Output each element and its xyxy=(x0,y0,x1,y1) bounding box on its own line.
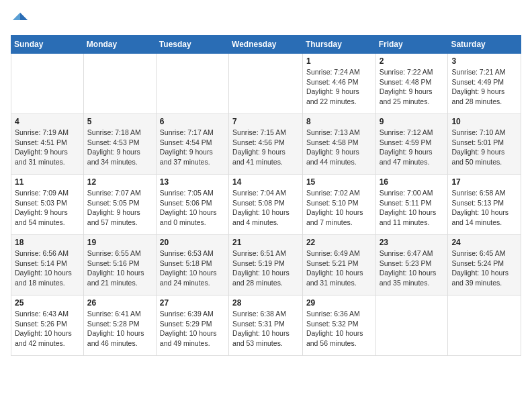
calendar-cell: 1Sunrise: 7:24 AM Sunset: 4:46 PM Daylig… xyxy=(302,54,375,114)
calendar-week-row: 11Sunrise: 7:09 AM Sunset: 5:03 PM Dayli… xyxy=(11,175,521,235)
calendar-cell: 28Sunrise: 6:38 AM Sunset: 5:31 PM Dayli… xyxy=(229,295,303,356)
calendar-week-row: 18Sunrise: 6:56 AM Sunset: 5:14 PM Dayli… xyxy=(11,235,521,295)
day-info: Sunrise: 7:13 AM Sunset: 4:58 PM Dayligh… xyxy=(306,128,372,167)
calendar-cell xyxy=(83,54,156,114)
calendar-cell: 21Sunrise: 6:51 AM Sunset: 5:19 PM Dayli… xyxy=(229,235,303,295)
calendar-cell: 16Sunrise: 7:00 AM Sunset: 5:11 PM Dayli… xyxy=(375,175,448,235)
day-number: 22 xyxy=(306,238,372,247)
day-info: Sunrise: 7:24 AM Sunset: 4:46 PM Dayligh… xyxy=(306,67,372,107)
page-header xyxy=(11,11,521,30)
day-number: 16 xyxy=(380,177,445,187)
calendar-week-row: 25Sunrise: 6:43 AM Sunset: 5:26 PM Dayli… xyxy=(11,295,521,356)
calendar-cell: 14Sunrise: 7:04 AM Sunset: 5:08 PM Dayli… xyxy=(229,175,303,235)
day-number: 4 xyxy=(15,117,80,126)
weekday-header: Thursday xyxy=(302,36,375,54)
calendar-cell: 2Sunrise: 7:22 AM Sunset: 4:48 PM Daylig… xyxy=(375,54,448,114)
day-info: Sunrise: 6:51 AM Sunset: 5:19 PM Dayligh… xyxy=(232,248,299,288)
svg-marker-1 xyxy=(13,13,20,20)
calendar-cell xyxy=(375,295,448,356)
day-info: Sunrise: 7:10 AM Sunset: 5:01 PM Dayligh… xyxy=(451,128,517,167)
calendar-cell: 10Sunrise: 7:10 AM Sunset: 5:01 PM Dayli… xyxy=(448,114,521,175)
calendar-cell: 25Sunrise: 6:43 AM Sunset: 5:26 PM Dayli… xyxy=(11,295,84,356)
day-number: 7 xyxy=(232,117,299,126)
day-number: 21 xyxy=(232,238,299,247)
weekday-header: Monday xyxy=(83,36,156,54)
day-info: Sunrise: 7:00 AM Sunset: 5:11 PM Dayligh… xyxy=(380,188,445,228)
day-number: 1 xyxy=(306,56,372,66)
calendar-cell: 13Sunrise: 7:05 AM Sunset: 5:06 PM Dayli… xyxy=(156,175,228,235)
day-number: 12 xyxy=(87,177,152,187)
day-number: 13 xyxy=(160,177,225,187)
day-info: Sunrise: 6:55 AM Sunset: 5:16 PM Dayligh… xyxy=(87,248,152,288)
day-number: 14 xyxy=(232,177,299,187)
calendar-cell: 27Sunrise: 6:39 AM Sunset: 5:29 PM Dayli… xyxy=(156,295,228,356)
weekday-header-row: SundayMondayTuesdayWednesdayThursdayFrid… xyxy=(11,36,521,54)
day-info: Sunrise: 7:21 AM Sunset: 4:49 PM Dayligh… xyxy=(451,67,517,107)
day-number: 25 xyxy=(15,298,80,308)
day-number: 26 xyxy=(87,298,152,308)
day-info: Sunrise: 7:04 AM Sunset: 5:08 PM Dayligh… xyxy=(232,188,299,228)
calendar-cell: 26Sunrise: 6:41 AM Sunset: 5:28 PM Dayli… xyxy=(83,295,156,356)
day-info: Sunrise: 6:47 AM Sunset: 5:23 PM Dayligh… xyxy=(380,248,445,288)
day-info: Sunrise: 7:22 AM Sunset: 4:48 PM Dayligh… xyxy=(380,67,445,107)
day-number: 6 xyxy=(160,117,225,126)
calendar-cell: 9Sunrise: 7:12 AM Sunset: 4:59 PM Daylig… xyxy=(375,114,448,175)
day-number: 29 xyxy=(306,298,372,308)
calendar-cell: 19Sunrise: 6:55 AM Sunset: 5:16 PM Dayli… xyxy=(83,235,156,295)
day-number: 2 xyxy=(380,56,445,66)
calendar-cell: 29Sunrise: 6:36 AM Sunset: 5:32 PM Dayli… xyxy=(302,295,375,356)
calendar-cell: 6Sunrise: 7:17 AM Sunset: 4:54 PM Daylig… xyxy=(156,114,228,175)
day-info: Sunrise: 6:39 AM Sunset: 5:29 PM Dayligh… xyxy=(160,309,225,349)
calendar-cell: 8Sunrise: 7:13 AM Sunset: 4:58 PM Daylig… xyxy=(302,114,375,175)
calendar-week-row: 4Sunrise: 7:19 AM Sunset: 4:51 PM Daylig… xyxy=(11,114,521,175)
logo xyxy=(11,11,32,30)
calendar-cell xyxy=(229,54,303,114)
day-number: 23 xyxy=(380,238,445,247)
day-info: Sunrise: 7:05 AM Sunset: 5:06 PM Dayligh… xyxy=(160,188,225,228)
day-number: 15 xyxy=(306,177,372,187)
calendar-cell xyxy=(156,54,228,114)
calendar-cell: 5Sunrise: 7:18 AM Sunset: 4:53 PM Daylig… xyxy=(83,114,156,175)
day-info: Sunrise: 7:02 AM Sunset: 5:10 PM Dayligh… xyxy=(306,188,372,228)
day-info: Sunrise: 7:12 AM Sunset: 4:59 PM Dayligh… xyxy=(380,128,445,167)
day-number: 19 xyxy=(87,238,152,247)
calendar-cell: 12Sunrise: 7:07 AM Sunset: 5:05 PM Dayli… xyxy=(83,175,156,235)
calendar-cell: 7Sunrise: 7:15 AM Sunset: 4:56 PM Daylig… xyxy=(229,114,303,175)
day-number: 5 xyxy=(87,117,152,126)
day-number: 10 xyxy=(451,117,517,126)
day-info: Sunrise: 7:07 AM Sunset: 5:05 PM Dayligh… xyxy=(87,188,152,228)
weekday-header: Tuesday xyxy=(156,36,228,54)
calendar-cell: 20Sunrise: 6:53 AM Sunset: 5:18 PM Dayli… xyxy=(156,235,228,295)
day-info: Sunrise: 6:53 AM Sunset: 5:18 PM Dayligh… xyxy=(160,248,225,288)
day-info: Sunrise: 7:19 AM Sunset: 4:51 PM Dayligh… xyxy=(15,128,80,167)
day-info: Sunrise: 7:09 AM Sunset: 5:03 PM Dayligh… xyxy=(15,188,80,228)
calendar-cell: 11Sunrise: 7:09 AM Sunset: 5:03 PM Dayli… xyxy=(11,175,84,235)
day-info: Sunrise: 7:18 AM Sunset: 4:53 PM Dayligh… xyxy=(87,128,152,167)
logo-icon xyxy=(11,11,30,30)
calendar-cell: 3Sunrise: 7:21 AM Sunset: 4:49 PM Daylig… xyxy=(448,54,521,114)
day-info: Sunrise: 6:38 AM Sunset: 5:31 PM Dayligh… xyxy=(232,309,299,349)
calendar-cell xyxy=(448,295,521,356)
weekday-header: Friday xyxy=(375,36,448,54)
calendar-cell: 24Sunrise: 6:45 AM Sunset: 5:24 PM Dayli… xyxy=(448,235,521,295)
day-number: 24 xyxy=(451,238,517,247)
calendar-cell: 18Sunrise: 6:56 AM Sunset: 5:14 PM Dayli… xyxy=(11,235,84,295)
calendar-cell: 4Sunrise: 7:19 AM Sunset: 4:51 PM Daylig… xyxy=(11,114,84,175)
svg-marker-0 xyxy=(20,13,28,20)
day-info: Sunrise: 7:15 AM Sunset: 4:56 PM Dayligh… xyxy=(232,128,299,167)
day-info: Sunrise: 6:56 AM Sunset: 5:14 PM Dayligh… xyxy=(15,248,80,288)
day-info: Sunrise: 6:45 AM Sunset: 5:24 PM Dayligh… xyxy=(451,248,517,288)
day-info: Sunrise: 6:43 AM Sunset: 5:26 PM Dayligh… xyxy=(15,309,80,349)
day-number: 18 xyxy=(15,238,80,247)
day-number: 8 xyxy=(306,117,372,126)
calendar-cell: 17Sunrise: 6:58 AM Sunset: 5:13 PM Dayli… xyxy=(448,175,521,235)
calendar-week-row: 1Sunrise: 7:24 AM Sunset: 4:46 PM Daylig… xyxy=(11,54,521,114)
weekday-header: Sunday xyxy=(11,36,84,54)
weekday-header: Saturday xyxy=(448,36,521,54)
calendar-table: SundayMondayTuesdayWednesdayThursdayFrid… xyxy=(11,35,521,356)
calendar-cell xyxy=(11,54,84,114)
day-info: Sunrise: 6:49 AM Sunset: 5:21 PM Dayligh… xyxy=(306,248,372,288)
day-info: Sunrise: 6:58 AM Sunset: 5:13 PM Dayligh… xyxy=(451,188,517,228)
day-number: 28 xyxy=(232,298,299,308)
day-number: 20 xyxy=(160,238,225,247)
